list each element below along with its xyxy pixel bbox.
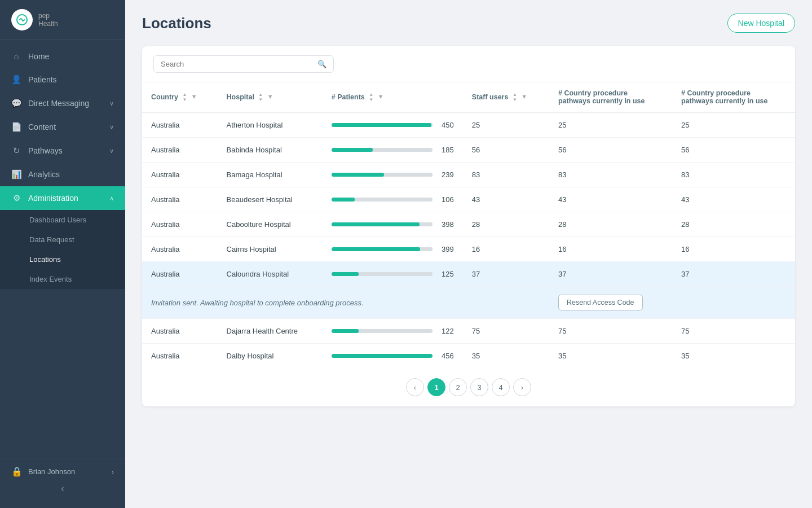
chevron-down-icon: ∨ <box>109 100 114 107</box>
gear-icon: ⚙ <box>11 193 21 203</box>
cell-cp1: 28 <box>549 212 672 237</box>
cell-staff: 37 <box>463 262 549 287</box>
cell-patients: 185 <box>323 138 463 163</box>
cell-hospital: Dalby Hospital <box>218 344 323 369</box>
pagination: ‹ 1 2 3 4 › <box>142 368 795 406</box>
admin-sub-nav: Dashboard Users Data Request Locations I… <box>0 210 125 289</box>
patients-bar-track <box>332 247 433 251</box>
sidebar-item-label: Patients <box>28 75 114 84</box>
home-icon: ⌂ <box>11 51 21 61</box>
pagination-prev[interactable]: ‹ <box>406 378 424 396</box>
sidebar-item-data-request[interactable]: Data Request <box>0 230 125 249</box>
patients-bar-track <box>332 354 433 358</box>
chevron-up-icon: ∧ <box>109 195 114 202</box>
cell-hospital: Babinda Hospital <box>218 138 323 163</box>
sort-icon[interactable]: ▲▼ <box>258 93 263 102</box>
sidebar-item-content[interactable]: 📄 Content ∨ <box>0 115 125 139</box>
patients-bar-track <box>332 123 433 127</box>
sidebar-item-direct-messaging[interactable]: 💬 Direct Messaging ∨ <box>0 91 125 115</box>
page-header: Locations New Hospital <box>142 14 795 33</box>
table-row: Australia Bamaga Hospital 239 83 83 83 <box>142 163 795 187</box>
user-name: Brian Johnson <box>28 467 106 476</box>
cell-cp1: 56 <box>549 138 672 163</box>
sidebar-item-dashboard-users[interactable]: Dashboard Users <box>0 210 125 230</box>
resend-cell: Resend Access Code <box>549 287 795 319</box>
filter-icon[interactable]: ▼ <box>378 93 384 100</box>
filter-icon[interactable]: ▼ <box>267 93 273 100</box>
invitation-message: Invitation sent. Awaiting hospital to co… <box>142 287 549 319</box>
cell-cp2: 16 <box>672 237 795 262</box>
chevron-down-icon: ∨ <box>109 124 114 131</box>
cell-staff: 75 <box>463 319 549 344</box>
sidebar-item-locations[interactable]: Locations <box>0 249 125 269</box>
sidebar-item-patients[interactable]: 👤 Patients <box>0 68 125 91</box>
pagination-page-2[interactable]: 2 <box>449 378 467 396</box>
patients-bar-fill <box>332 272 359 276</box>
patients-bar-fill <box>332 148 373 152</box>
patients-value: 122 <box>437 327 454 335</box>
table-header-row: Country ▲▼ ▼ Hospital ▲▼ ▼ # Patients ▲▼… <box>142 82 795 112</box>
sort-icon[interactable]: ▲▼ <box>513 93 517 102</box>
pagination-page-3[interactable]: 3 <box>470 378 488 396</box>
table-body: Australia Atherton Hospital 450 25 25 25… <box>142 112 795 368</box>
col-patients: # Patients ▲▼ ▼ <box>323 82 463 112</box>
cell-country: Australia <box>142 138 218 163</box>
patients-value: 106 <box>437 195 454 204</box>
sort-icon[interactable]: ▲▼ <box>369 93 373 102</box>
cell-cp1: 75 <box>549 319 672 344</box>
patients-value: 398 <box>437 220 454 229</box>
new-hospital-button[interactable]: New Hospital <box>727 14 795 33</box>
patients-bar-fill <box>332 173 384 177</box>
pathway-icon: ↻ <box>11 146 21 156</box>
patients-bar-fill <box>332 222 420 226</box>
resend-access-code-button[interactable]: Resend Access Code <box>558 295 643 310</box>
sidebar-item-label: Direct Messaging <box>28 99 103 108</box>
sidebar-item-pathways[interactable]: ↻ Pathways ∨ <box>0 139 125 163</box>
filter-icon[interactable]: ▼ <box>521 93 527 100</box>
cell-cp2: 25 <box>672 112 795 138</box>
patients-bar-track <box>332 272 433 276</box>
sort-icon[interactable]: ▲▼ <box>182 93 187 102</box>
cell-cp1: 25 <box>549 112 672 138</box>
cell-cp1: 83 <box>549 163 672 187</box>
cell-patients: 398 <box>323 212 463 237</box>
sidebar-collapse-button[interactable]: ‹ <box>11 477 114 500</box>
cell-country: Australia <box>142 262 218 287</box>
cell-staff: 43 <box>463 187 549 212</box>
patients-value: 125 <box>437 270 454 278</box>
cell-country: Australia <box>142 344 218 369</box>
sidebar-item-home[interactable]: ⌂ Home <box>0 45 125 68</box>
col-country-pathways-1: # Country procedurepathways currently in… <box>549 82 672 112</box>
sub-nav-label: Index Events <box>29 275 72 283</box>
pagination-page-4[interactable]: 4 <box>492 378 510 396</box>
sidebar-item-label: Pathways <box>28 146 103 155</box>
sub-nav-label: Dashboard Users <box>29 216 86 224</box>
patients-bar-fill <box>332 123 431 127</box>
search-input[interactable] <box>161 60 317 68</box>
sidebar-item-index-events[interactable]: Index Events <box>0 269 125 289</box>
table-row: Australia Dajarra Health Centre 122 75 7… <box>142 319 795 344</box>
cell-cp1: 43 <box>549 187 672 212</box>
cell-cp2: 35 <box>672 344 795 369</box>
logo-icon <box>11 9 33 30</box>
cell-country: Australia <box>142 319 218 344</box>
cell-country: Australia <box>142 187 218 212</box>
pagination-next[interactable]: › <box>513 378 531 396</box>
sidebar-item-label: Content <box>28 122 103 132</box>
chevron-right-icon: › <box>112 468 114 475</box>
sidebar-item-administration[interactable]: ⚙ Administration ∧ <box>0 186 125 210</box>
pagination-page-1[interactable]: 1 <box>427 378 445 396</box>
patients-bar-fill <box>332 247 421 251</box>
patients-value: 185 <box>437 146 454 154</box>
document-icon: 📄 <box>11 122 21 132</box>
chevron-down-icon: ∨ <box>109 147 114 155</box>
cell-staff: 56 <box>463 138 549 163</box>
patients-bar-track <box>332 329 433 333</box>
sidebar-item-analytics[interactable]: 📊 Analytics <box>0 163 125 186</box>
cell-hospital: Caboolture Hospital <box>218 212 323 237</box>
user-profile[interactable]: 🔒 Brian Johnson › <box>11 466 114 477</box>
cell-cp2: 28 <box>672 212 795 237</box>
filter-icon[interactable]: ▼ <box>191 93 197 100</box>
sub-nav-label: Locations <box>29 255 61 264</box>
user-icon: 👤 <box>11 75 21 85</box>
